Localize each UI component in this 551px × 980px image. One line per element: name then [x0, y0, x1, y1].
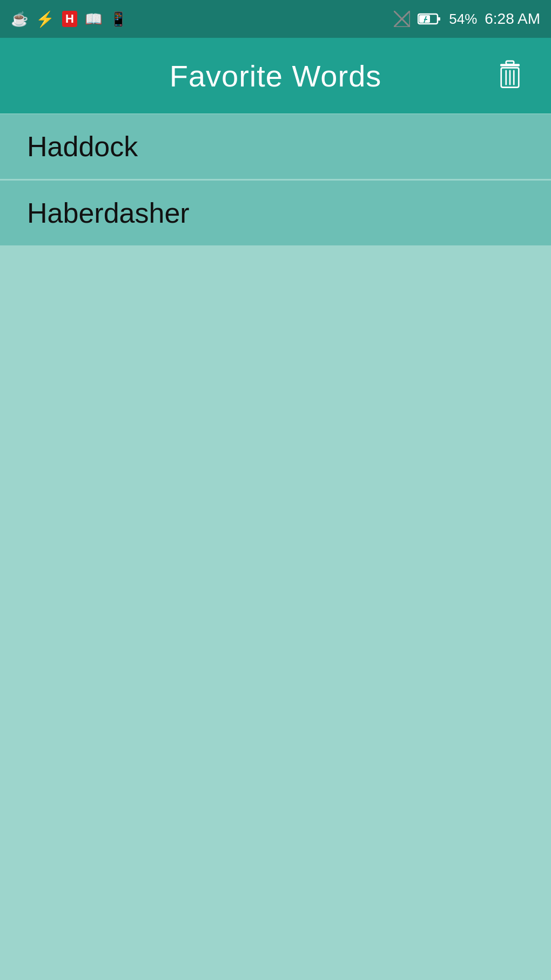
trash-icon — [496, 60, 524, 90]
no-signal-icon — [394, 11, 410, 27]
coffee-icon: ☕ — [11, 11, 28, 28]
status-right: 54% 6:28 AM — [394, 10, 540, 28]
list-item[interactable]: Haddock — [0, 114, 551, 179]
usb-icon: ⚡ — [36, 10, 55, 28]
svg-rect-8 — [506, 61, 514, 64]
app-bar: Favorite Words — [0, 38, 551, 114]
word-list: Haddock Haberdasher — [0, 114, 551, 980]
svg-rect-4 — [438, 17, 440, 21]
h-icon: H — [62, 11, 77, 27]
battery-icon — [418, 12, 441, 25]
clock: 6:28 AM — [485, 10, 540, 28]
book-icon: 📖 — [85, 11, 102, 28]
status-bar: ☕ ⚡ H 📖 📱 54% 6:28 AM — [0, 0, 551, 38]
list-item[interactable]: Haberdasher — [0, 179, 551, 247]
word-label: Haddock — [27, 130, 138, 163]
word-label: Haberdasher — [27, 197, 190, 229]
delete-all-button[interactable] — [490, 55, 529, 97]
status-icons: ☕ ⚡ H 📖 📱 — [11, 10, 127, 28]
phone-icon: 📱 — [110, 11, 127, 28]
battery-percent: 54% — [449, 11, 477, 28]
page-title: Favorite Words — [170, 58, 382, 94]
